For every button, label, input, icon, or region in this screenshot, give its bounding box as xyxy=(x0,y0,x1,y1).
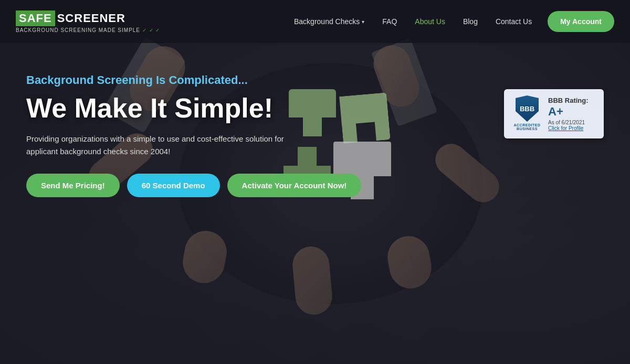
nav-contact-us[interactable]: Contact Us xyxy=(488,13,539,30)
hero-content: Background Screening Is Complicated... W… xyxy=(26,73,361,197)
bbb-title: BBB Rating: xyxy=(548,97,596,105)
hero-description: Providing organizations with a simple to… xyxy=(26,133,299,158)
activate-account-button[interactable]: Activate Your Account Now! xyxy=(227,174,362,197)
nav-about-us[interactable]: About Us xyxy=(407,13,453,30)
demo-button[interactable]: 60 Second Demo xyxy=(127,174,220,197)
logo-safe: SAFE xyxy=(16,10,55,26)
bbb-badge[interactable]: BBB ACCREDITED BUSINESS BBB Rating: A+ A… xyxy=(504,89,604,138)
bbb-logo: BBB ACCREDITED BUSINESS xyxy=(511,95,543,132)
logo-tagline: BACKGROUND SCREENING MADE SIMPLE ✓ ✓ ✓ xyxy=(16,27,160,33)
bbb-accredited-text: ACCREDITED BUSINESS xyxy=(511,123,543,131)
bbb-rating: A+ xyxy=(548,105,596,119)
my-account-button[interactable]: My Account xyxy=(548,11,614,32)
logo[interactable]: SAFE SCREENER BACKGROUND SCREENING MADE … xyxy=(16,10,160,33)
send-pricing-button[interactable]: Send Me Pricing! xyxy=(26,174,120,197)
bbb-click-profile[interactable]: Click for Profile xyxy=(548,125,596,131)
hero-buttons: Send Me Pricing! 60 Second Demo Activate… xyxy=(26,174,361,197)
hero-title: We Make It Simple! xyxy=(26,93,361,123)
site-header: SAFE SCREENER BACKGROUND SCREENING MADE … xyxy=(0,0,630,43)
bbb-date: As of 6/21/2021 xyxy=(548,120,596,125)
bbb-shield-text: BBB xyxy=(520,105,534,113)
hero-section: SAFE SCREENER BACKGROUND SCREENING MADE … xyxy=(0,0,630,364)
nav-faq[interactable]: FAQ xyxy=(375,13,404,30)
nav-blog[interactable]: Blog xyxy=(456,13,485,30)
hero-subtitle: Background Screening Is Complicated... xyxy=(26,73,361,87)
bbb-shield: BBB xyxy=(516,95,539,122)
chevron-down-icon: ▾ xyxy=(362,19,364,25)
main-nav: Background Checks ▾ FAQ About Us Blog Co… xyxy=(287,11,614,32)
logo-box: SAFE SCREENER xyxy=(16,10,160,26)
bbb-info: BBB Rating: A+ As of 6/21/2021 Click for… xyxy=(548,97,596,131)
nav-background-checks[interactable]: Background Checks ▾ xyxy=(287,13,372,30)
logo-screener: SCREENER xyxy=(57,12,125,25)
